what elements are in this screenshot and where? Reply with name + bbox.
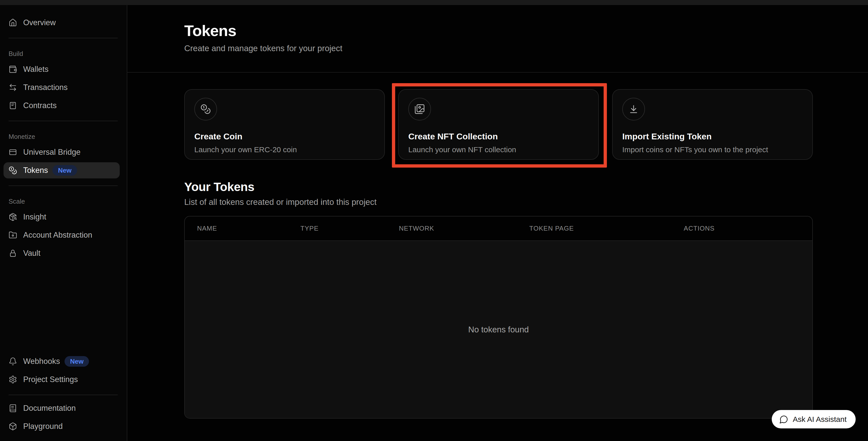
import-token-card-wrap: Import Existing Token Import coins or NF… [612,89,813,160]
new-badge: New [53,165,77,176]
sidebar-section-monetize: Monetize [8,133,120,140]
coins-icon [194,98,217,121]
empty-state-message: No tokens found [468,325,529,335]
your-tokens-title: Your Tokens [184,180,813,194]
sidebar-item-playground[interactable]: Playground [3,418,120,435]
sidebar-spacer [3,263,120,353]
create-coin-card-wrap: Create Coin Launch your own ERC-20 coin [184,89,385,160]
sidebar-item-label: Webhooks [23,357,60,366]
arrows-left-right-icon [8,83,17,92]
images-icon [408,98,431,121]
sidebar-item-project-settings[interactable]: Project Settings [3,372,120,387]
sidebar-item-documentation[interactable]: Documentation [3,400,120,416]
column-header-name: NAME [197,224,301,232]
divider [8,121,118,121]
column-header-token-page: TOKEN PAGE [529,224,684,232]
sidebar-item-label: Transactions [23,83,67,92]
home-icon [8,19,17,27]
sidebar-item-label: Tokens [23,166,48,175]
sidebar: Overview Build Wallets Transactions Cont… [0,5,127,441]
sidebar-item-universal-bridge[interactable]: Universal Bridge [3,144,120,160]
sidebar-item-tokens[interactable]: Tokens New [3,162,120,179]
coins-icon [8,166,17,175]
sidebar-item-label: Insight [23,213,46,221]
window-top-strip [0,0,868,5]
tokens-table-header: NAME TYPE NETWORK TOKEN PAGE ACTIONS [185,217,812,241]
page-title: Tokens [184,22,813,39]
wallet-icon [8,65,17,73]
card-subtitle: Launch your own ERC-20 coin [194,146,375,154]
lock-icon [8,249,17,257]
chat-bubble-icon [779,415,788,424]
column-header-actions: ACTIONS [684,224,812,232]
card-title: Create NFT Collection [408,131,589,141]
sidebar-section-scale: Scale [8,197,120,206]
ask-ai-assistant-button[interactable]: Ask AI Assistant [772,410,856,429]
create-coin-card[interactable]: Create Coin Launch your own ERC-20 coin [184,89,385,160]
tokens-table: NAME TYPE NETWORK TOKEN PAGE ACTIONS No … [184,216,813,418]
sidebar-item-label: Contracts [23,101,57,110]
page-subtitle: Create and manage tokens for your projec… [184,43,813,53]
gear-icon [8,375,17,384]
card-subtitle: Launch your own NFT collection [408,146,589,154]
sidebar-item-label: Universal Bridge [23,148,81,157]
sidebar-item-insight[interactable]: Insight [3,209,120,225]
divider [8,395,118,395]
your-tokens-subtitle: List of all tokens created or imported i… [184,197,813,207]
sidebar-item-label: Wallets [23,65,49,74]
download-icon [622,98,645,121]
column-header-network: NETWORK [399,224,529,232]
column-header-type: TYPE [301,224,399,232]
sidebar-section-build: Build [8,50,120,58]
page-header: Tokens Create and manage tokens for your… [127,5,868,72]
sidebar-item-overview[interactable]: Overview [3,14,120,31]
main-content: Tokens Create and manage tokens for your… [127,5,868,441]
token-action-cards: Create Coin Launch your own ERC-20 coin … [184,89,813,160]
divider [8,186,118,186]
package-search-icon [8,213,17,221]
import-existing-token-card[interactable]: Import Existing Token Import coins or NF… [612,89,813,160]
sidebar-item-wallets[interactable]: Wallets [3,61,120,77]
sidebar-item-label: Documentation [23,404,76,413]
app: Overview Build Wallets Transactions Cont… [0,5,868,441]
cube-icon [8,422,17,431]
card-title: Import Existing Token [622,131,803,141]
book-icon [8,404,17,412]
sidebar-item-label: Playground [23,422,63,431]
sidebar-item-transactions[interactable]: Transactions [3,80,120,95]
divider [8,38,118,38]
contract-document-icon [8,101,17,110]
sidebar-item-label: Account Abstraction [23,230,92,240]
sidebar-item-label: Vault [23,249,40,258]
tokens-table-body: No tokens found [185,241,812,418]
sidebar-item-label: Overview [23,18,56,27]
card-title: Create Coin [194,131,375,141]
content-area: Create Coin Launch your own ERC-20 coin … [127,72,868,418]
sidebar-item-account-abstraction[interactable]: Account Abstraction [3,227,120,243]
create-nft-collection-card[interactable]: Create NFT Collection Launch your own NF… [398,89,599,160]
create-nft-card-wrap: Create NFT Collection Launch your own NF… [398,89,599,160]
bell-icon [8,357,17,366]
ai-button-label: Ask AI Assistant [793,415,846,423]
bridge-card-icon [8,148,17,157]
folder-dot-icon [8,231,17,240]
card-subtitle: Import coins or NFTs you own to the proj… [622,146,803,154]
sidebar-item-label: Project Settings [23,375,78,384]
new-badge: New [64,356,89,367]
sidebar-item-webhooks[interactable]: Webhooks New [3,353,120,370]
sidebar-item-contracts[interactable]: Contracts [3,97,120,114]
sidebar-item-vault[interactable]: Vault [3,245,120,261]
